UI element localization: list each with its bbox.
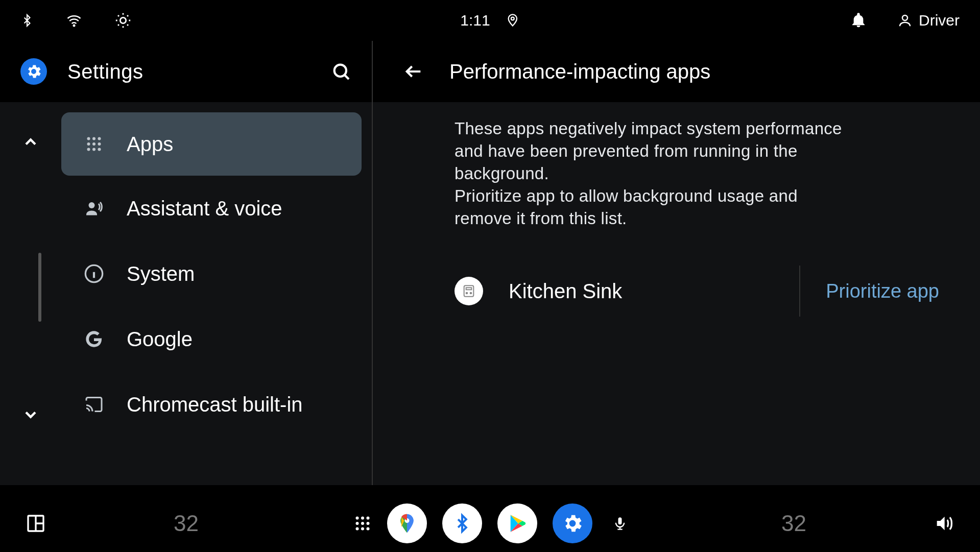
- sidebar-item-system[interactable]: System: [61, 241, 362, 306]
- svg-point-24: [355, 522, 358, 525]
- temp-right[interactable]: 32: [781, 511, 806, 536]
- svg-point-0: [74, 25, 75, 27]
- app-launcher-icon[interactable]: [353, 514, 372, 533]
- info-icon: [82, 263, 106, 284]
- mic-icon[interactable]: [613, 513, 627, 534]
- panel-header: Performance-impacting apps: [373, 41, 980, 102]
- svg-point-27: [355, 527, 358, 531]
- sidebar-item-label: Google: [127, 328, 193, 351]
- sidebar-item-google[interactable]: Google: [61, 306, 362, 372]
- sidebar-header: Settings: [0, 41, 372, 102]
- svg-point-19: [470, 293, 472, 294]
- svg-point-28: [361, 527, 364, 531]
- cast-icon: [82, 395, 106, 414]
- app-name: Kitchen Sink: [509, 280, 622, 303]
- google-g-icon: [82, 329, 106, 349]
- svg-point-22: [361, 517, 364, 520]
- settings-sidebar: Settings Apps: [0, 41, 373, 485]
- panel-title: Performance-impacting apps: [449, 60, 710, 83]
- prioritize-app-button[interactable]: Prioritize app: [826, 280, 939, 302]
- vertical-divider: [799, 266, 800, 317]
- svg-point-8: [87, 142, 90, 146]
- detail-panel: Performance-impacting apps These apps ne…: [373, 41, 980, 485]
- svg-point-3: [902, 15, 907, 20]
- svg-point-6: [92, 137, 95, 140]
- scroll-indicator: [38, 253, 41, 322]
- svg-point-1: [120, 17, 126, 23]
- clock-time: 1:11: [460, 12, 490, 29]
- bottom-nav-bar: 32 32: [0, 495, 980, 552]
- svg-point-12: [92, 148, 95, 151]
- svg-point-10: [98, 142, 101, 146]
- bottom-dock: [353, 503, 627, 543]
- svg-point-4: [334, 65, 346, 77]
- search-button[interactable]: [331, 61, 351, 82]
- sidebar-title: Settings: [67, 60, 144, 83]
- svg-rect-17: [466, 287, 472, 290]
- svg-point-21: [355, 517, 358, 520]
- sidebar-item-apps[interactable]: Apps: [61, 112, 362, 176]
- svg-point-13: [98, 148, 101, 151]
- app-row: Kitchen Sink Prioritize app: [455, 266, 939, 317]
- panel-body: These apps negatively impact system perf…: [373, 102, 980, 485]
- dock-play-button[interactable]: [497, 503, 537, 543]
- status-center: 1:11: [460, 12, 519, 29]
- scroll-chevrons: [0, 112, 61, 485]
- svg-point-25: [361, 522, 364, 525]
- sidebar-list-area: Apps Assistant & voice System: [0, 102, 372, 485]
- sidebar-item-label: Assistant & voice: [127, 197, 282, 220]
- wifi-icon[interactable]: [64, 13, 84, 28]
- svg-point-7: [98, 137, 101, 140]
- chevron-up-icon[interactable]: [21, 133, 40, 151]
- main-content: Settings Apps: [0, 41, 980, 485]
- dock-maps-button[interactable]: [387, 503, 427, 543]
- layout-grid-icon[interactable]: [26, 513, 46, 534]
- apps-grid-icon: [82, 135, 106, 153]
- assistant-voice-icon: [82, 199, 106, 218]
- status-left: [20, 12, 132, 29]
- dock-settings-button[interactable]: [553, 503, 592, 543]
- temp-left[interactable]: 32: [174, 511, 199, 536]
- notifications-icon[interactable]: [850, 11, 867, 30]
- svg-point-18: [466, 293, 468, 294]
- chevron-down-icon[interactable]: [21, 405, 40, 424]
- user-profile[interactable]: Driver: [897, 12, 960, 29]
- status-right: Driver: [850, 11, 960, 30]
- sidebar-item-label: Apps: [127, 133, 173, 156]
- svg-point-26: [366, 522, 369, 525]
- svg-point-29: [366, 527, 369, 531]
- brightness-icon[interactable]: [114, 12, 132, 29]
- dock-bluetooth-button[interactable]: [442, 503, 482, 543]
- bluetooth-icon[interactable]: [20, 12, 34, 29]
- sidebar-item-chromecast[interactable]: Chromecast built-in: [61, 372, 362, 437]
- user-name: Driver: [919, 12, 960, 29]
- app-info[interactable]: Kitchen Sink: [455, 277, 774, 305]
- panel-description: These apps negatively impact system perf…: [455, 117, 843, 230]
- nav-list: Apps Assistant & voice System: [61, 112, 372, 485]
- sidebar-item-assistant[interactable]: Assistant & voice: [61, 176, 362, 241]
- volume-icon[interactable]: [933, 513, 954, 534]
- sidebar-item-label: System: [127, 262, 195, 285]
- sidebar-item-label: Chromecast built-in: [127, 393, 303, 416]
- svg-point-2: [511, 17, 514, 20]
- svg-point-14: [89, 202, 95, 208]
- svg-point-11: [87, 148, 90, 151]
- svg-point-23: [366, 517, 369, 520]
- back-button[interactable]: [403, 61, 424, 82]
- app-icon: [455, 277, 483, 305]
- svg-point-9: [92, 142, 95, 146]
- settings-gear-icon: [20, 58, 47, 85]
- location-icon: [506, 12, 520, 29]
- status-bar: 1:11 Driver: [0, 0, 980, 41]
- svg-point-5: [87, 137, 90, 140]
